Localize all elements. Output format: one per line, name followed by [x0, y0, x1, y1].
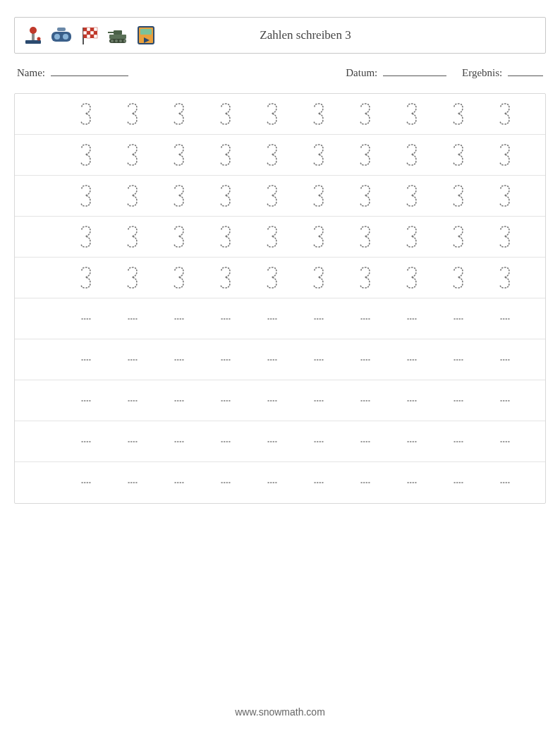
trace-blank [171, 397, 187, 404]
trace-blank [451, 479, 466, 486]
trace-row [15, 176, 545, 217]
svg-point-2 [30, 27, 37, 34]
vr-headset-icon [50, 24, 73, 47]
trace-digit [78, 143, 94, 167]
trace-blank [311, 397, 327, 404]
svg-point-28 [123, 40, 126, 42]
trace-blank [171, 438, 187, 445]
svg-rect-23 [109, 35, 126, 39]
trace-blank [171, 479, 187, 486]
name-field: Name: [17, 66, 128, 79]
footer-url: www.snowmath.com [0, 706, 560, 718]
trace-blank [125, 397, 140, 404]
trace-digit [358, 184, 373, 208]
trace-digit [218, 225, 233, 249]
trace-digit [78, 184, 94, 208]
trace-blank [311, 356, 327, 363]
trace-blank [264, 397, 280, 404]
trace-blank [218, 397, 233, 404]
trace-blank [404, 315, 420, 322]
trace-blank [404, 479, 420, 486]
trace-blank [497, 356, 513, 363]
trace-blank [171, 356, 187, 363]
trace-row [15, 135, 545, 176]
tracing-grid [14, 93, 546, 504]
name-blank[interactable] [51, 66, 128, 76]
trace-digit [171, 225, 187, 249]
trace-blank [404, 438, 420, 445]
svg-rect-18 [87, 35, 90, 38]
result-field: Ergebnis: [462, 66, 543, 79]
trace-blank [78, 397, 94, 404]
play-screen-icon [135, 24, 157, 47]
trace-blank [358, 397, 373, 404]
trace-row [15, 258, 545, 298]
trace-digit [358, 225, 373, 249]
tank-icon [106, 24, 129, 47]
svg-rect-14 [87, 31, 90, 35]
trace-digit [78, 225, 94, 249]
trace-blank [78, 479, 94, 486]
svg-rect-7 [57, 28, 66, 31]
trace-blank [125, 315, 140, 322]
trace-blank [311, 479, 327, 486]
trace-blank [311, 438, 327, 445]
trace-blank [451, 397, 466, 404]
trace-row [15, 339, 545, 380]
checkered-flag-icon [78, 24, 101, 47]
trace-blank [497, 479, 513, 486]
trace-blank [218, 438, 233, 445]
svg-point-27 [119, 40, 122, 42]
trace-digit [451, 225, 466, 249]
result-blank[interactable] [508, 66, 543, 76]
trace-digit [497, 143, 513, 167]
trace-blank [451, 315, 466, 322]
trace-digit [78, 266, 94, 290]
trace-digit [404, 143, 420, 167]
trace-digit [311, 266, 327, 290]
trace-digit [125, 143, 140, 167]
trace-digit [218, 143, 233, 167]
trace-blank [78, 315, 94, 322]
joystick-icon [22, 24, 44, 47]
trace-digit [218, 184, 233, 208]
date-label: Datum: [346, 67, 377, 78]
svg-point-5 [54, 34, 60, 40]
svg-rect-15 [90, 31, 94, 35]
svg-point-3 [37, 37, 41, 41]
trace-blank [497, 315, 513, 322]
trace-blank [125, 356, 140, 363]
worksheet-header: Zahlen schreiben 3 [14, 17, 546, 54]
date-field: Datum: [346, 66, 446, 79]
trace-row [15, 380, 545, 421]
trace-digit [311, 102, 327, 126]
trace-digit [451, 184, 466, 208]
trace-blank [358, 438, 373, 445]
trace-digit [171, 102, 187, 126]
trace-blank [311, 315, 327, 322]
trace-digit [311, 184, 327, 208]
name-label: Name: [17, 67, 45, 78]
trace-blank [218, 315, 233, 322]
result-label: Ergebnis: [462, 67, 502, 78]
trace-row [15, 421, 545, 462]
trace-blank [218, 479, 233, 486]
meta-row: Name: Datum: Ergebnis: [14, 66, 546, 79]
trace-digit [404, 225, 420, 249]
trace-digit [404, 266, 420, 290]
trace-row [15, 298, 545, 339]
trace-digit [497, 266, 513, 290]
svg-point-25 [111, 40, 114, 42]
trace-digit [125, 102, 140, 126]
trace-digit [264, 102, 280, 126]
svg-rect-22 [108, 32, 115, 33]
trace-digit [358, 266, 373, 290]
trace-blank [451, 438, 466, 445]
trace-digit [404, 184, 420, 208]
trace-blank [451, 356, 466, 363]
trace-digit [218, 266, 233, 290]
date-blank[interactable] [383, 66, 446, 76]
svg-rect-12 [94, 28, 97, 31]
trace-digit [311, 143, 327, 167]
trace-row [15, 94, 545, 135]
